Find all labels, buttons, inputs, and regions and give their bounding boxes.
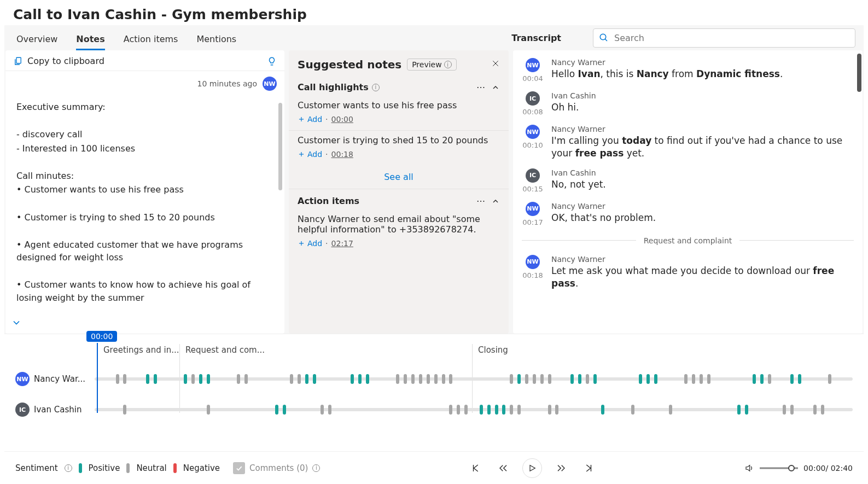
sentiment-tick[interactable] xyxy=(798,374,801,384)
sentiment-tick[interactable] xyxy=(449,405,452,415)
sentiment-tick[interactable] xyxy=(313,374,316,384)
segment[interactable]: Closing xyxy=(472,345,784,361)
sentiment-tick[interactable] xyxy=(510,374,513,384)
sentiment-tick[interactable] xyxy=(351,374,354,384)
track-ic[interactable] xyxy=(95,405,853,414)
sentiment-tick[interactable] xyxy=(154,374,157,384)
sentiment-tick[interactable] xyxy=(631,405,634,415)
sentiment-tick[interactable] xyxy=(495,405,498,415)
rewind-button[interactable] xyxy=(495,460,511,476)
sentiment-tick[interactable] xyxy=(737,405,741,415)
sentiment-tick[interactable] xyxy=(199,374,202,384)
sentiment-tick[interactable] xyxy=(116,374,119,384)
sentiment-tick[interactable] xyxy=(123,374,126,384)
volume-icon[interactable] xyxy=(744,463,754,473)
info-icon[interactable]: i xyxy=(312,464,320,472)
sentiment-tick[interactable] xyxy=(321,405,324,415)
highlight-timestamp[interactable]: 00:18 xyxy=(331,150,353,159)
segment[interactable]: Request and com... xyxy=(179,345,472,361)
volume-slider[interactable] xyxy=(760,464,798,473)
sentiment-tick[interactable] xyxy=(434,374,438,384)
sentiment-tick[interactable] xyxy=(601,405,604,415)
sentiment-tick[interactable] xyxy=(427,374,430,384)
sentiment-tick[interactable] xyxy=(654,374,657,384)
sentiment-tick[interactable] xyxy=(821,405,824,415)
sentiment-tick[interactable] xyxy=(768,374,771,384)
more-options-highlights[interactable]: ⋯ xyxy=(476,82,486,92)
sentiment-tick[interactable] xyxy=(442,374,445,384)
sentiment-tick[interactable] xyxy=(411,374,415,384)
sentiment-tick[interactable] xyxy=(502,405,505,415)
utterance[interactable]: NW00:04Nancy WarnerHello Ivan, this is N… xyxy=(522,56,854,85)
notes-scrollbar[interactable] xyxy=(278,103,282,190)
comments-button[interactable]: Comments (0) i xyxy=(233,462,320,474)
tab-overview[interactable]: Overview xyxy=(16,28,57,50)
sentiment-tick[interactable] xyxy=(570,374,574,384)
skip-start-button[interactable] xyxy=(468,460,484,476)
sentiment-tick[interactable] xyxy=(328,405,331,415)
sentiment-tick[interactable] xyxy=(123,405,126,415)
sentiment-tick[interactable] xyxy=(517,405,521,415)
sentiment-tick[interactable] xyxy=(305,374,308,384)
sentiment-tick[interactable] xyxy=(790,405,794,415)
info-icon[interactable]: i xyxy=(65,464,72,472)
close-suggested-button[interactable] xyxy=(491,59,500,70)
sentiment-tick[interactable] xyxy=(813,405,817,415)
tab-action-items[interactable]: Action items xyxy=(124,28,178,50)
tab-mentions[interactable]: Mentions xyxy=(196,28,236,50)
collapse-highlights[interactable] xyxy=(491,83,500,92)
sentiment-tick[interactable] xyxy=(646,374,650,384)
sentiment-tick[interactable] xyxy=(700,374,703,384)
tab-notes[interactable]: Notes xyxy=(76,28,104,50)
utterance[interactable]: NW00:18Nancy WarnerLet me ask you what m… xyxy=(522,253,854,292)
utterance[interactable]: IC00:08Ivan CashinOh hi. xyxy=(522,89,854,118)
sentiment-tick[interactable] xyxy=(207,405,210,415)
sentiment-tick[interactable] xyxy=(244,374,248,384)
play-button[interactable] xyxy=(522,458,542,478)
sentiment-tick[interactable] xyxy=(533,374,536,384)
transcript-scrollbar[interactable] xyxy=(857,54,861,92)
utterance[interactable]: NW00:10Nancy WarnerI'm calling you today… xyxy=(522,123,854,162)
playhead-badge[interactable]: 00:00 xyxy=(86,331,117,342)
sentiment-tick[interactable] xyxy=(828,374,831,384)
preview-badge[interactable]: Preview i xyxy=(407,59,457,71)
sentiment-tick[interactable] xyxy=(283,405,286,415)
action-item-timestamp[interactable]: 02:17 xyxy=(331,239,353,248)
sentiment-tick[interactable] xyxy=(237,374,240,384)
sentiment-tick[interactable] xyxy=(464,405,468,415)
sentiment-tick[interactable] xyxy=(593,374,597,384)
more-options-action-items[interactable]: ⋯ xyxy=(476,196,486,206)
sentiment-tick[interactable] xyxy=(692,374,695,384)
sentiment-tick[interactable] xyxy=(669,405,672,415)
sentiment-tick[interactable] xyxy=(578,374,581,384)
copy-to-clipboard-button[interactable]: Copy to clipboard xyxy=(13,56,104,66)
utterance[interactable]: NW00:17Nancy WarnerOK, that's no problem… xyxy=(522,200,854,229)
sentiment-tick[interactable] xyxy=(191,374,195,384)
sentiment-tick[interactable] xyxy=(480,405,483,415)
sentiment-tick[interactable] xyxy=(419,374,422,384)
sentiment-tick[interactable] xyxy=(639,374,642,384)
sentiment-tick[interactable] xyxy=(487,405,491,415)
sentiment-tick[interactable] xyxy=(745,405,748,415)
sentiment-tick[interactable] xyxy=(457,405,460,415)
sentiment-tick[interactable] xyxy=(396,374,399,384)
skip-end-button[interactable] xyxy=(580,460,597,476)
add-highlight-button[interactable]: Add xyxy=(298,115,322,124)
sentiment-tick[interactable] xyxy=(548,405,551,415)
see-all-highlights[interactable]: See all xyxy=(289,165,509,189)
add-action-item-button[interactable]: Add xyxy=(298,239,322,248)
sentiment-tick[interactable] xyxy=(146,374,149,384)
sentiment-tick[interactable] xyxy=(555,405,558,415)
sentiment-tick[interactable] xyxy=(298,374,301,384)
lightbulb-icon[interactable] xyxy=(267,56,277,66)
sentiment-tick[interactable] xyxy=(790,374,794,384)
collapse-action-items[interactable] xyxy=(491,197,500,206)
expand-chevron[interactable] xyxy=(11,317,22,330)
sentiment-tick[interactable] xyxy=(707,374,710,384)
sentiment-tick[interactable] xyxy=(783,405,786,415)
segment[interactable]: Greetings and in... xyxy=(97,345,179,361)
utterance[interactable]: IC00:15Ivan CashinNo, not yet. xyxy=(522,166,854,195)
notes-body[interactable]: Executive summary: - discovery call- Int… xyxy=(5,93,284,334)
sentiment-tick[interactable] xyxy=(525,374,528,384)
sentiment-tick[interactable] xyxy=(358,374,362,384)
